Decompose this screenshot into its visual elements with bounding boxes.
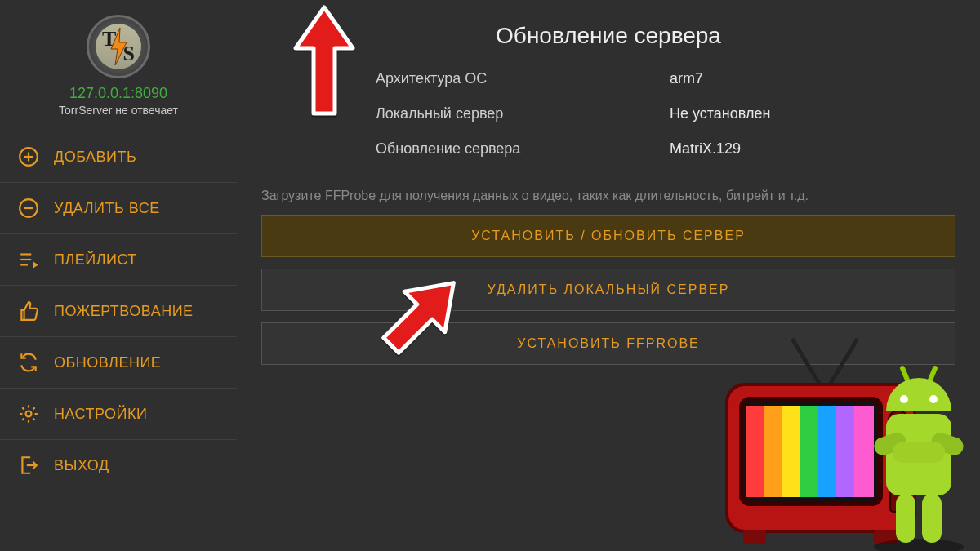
- sidebar-item-add[interactable]: ДОБАВИТЬ: [0, 131, 237, 183]
- exit-icon: [18, 455, 39, 476]
- ffprobe-hint: Загрузите FFProbe для получения данных о…: [261, 158, 956, 215]
- sidebar-item-delete-all[interactable]: УДАЛИТЬ ВСЕ: [0, 183, 237, 234]
- annotation-arrow-top: [287, 3, 361, 118]
- server-status: TorrServer не отвечает: [59, 104, 178, 117]
- sidebar-item-donate[interactable]: ПОЖЕРТВОВАНИЕ: [0, 286, 237, 337]
- sidebar: T S 127.0.0.1:8090 TorrServer не отвечае…: [0, 0, 237, 551]
- thumbs-up-icon: [18, 300, 39, 322]
- annotation-arrow-middle: [376, 263, 474, 361]
- sidebar-item-label: ОБНОВЛЕНИЕ: [54, 354, 161, 371]
- delete-local-server-button[interactable]: УДАЛИТЬ ЛОКАЛЬНЫЙ СЕРВЕР: [261, 269, 956, 311]
- sidebar-item-label: ПЛЕЙЛИСТ: [54, 251, 137, 269]
- label-server-update: Обновление сервера: [376, 140, 670, 158]
- sidebar-nav: ДОБАВИТЬ УДАЛИТЬ ВСЕ ПЛЕЙЛИСТ ПОЖЕРТВОВА…: [0, 131, 237, 491]
- sidebar-item-label: УДАЛИТЬ ВСЕ: [54, 200, 160, 217]
- label-local-server: Локальный сервер: [376, 105, 670, 122]
- refresh-icon: [18, 352, 39, 373]
- sidebar-item-label: НАСТРОЙКИ: [54, 406, 147, 423]
- info-grid: Архитектура ОС arm7 Локальный сервер Не …: [261, 70, 956, 158]
- gear-icon: [18, 403, 39, 424]
- value-server-update: MatriX.129: [670, 140, 858, 158]
- app-root: T S 127.0.0.1:8090 TorrServer не отвечае…: [0, 0, 980, 551]
- value-os-arch: arm7: [670, 70, 858, 87]
- value-local-server: Не установлен: [670, 105, 858, 122]
- sidebar-item-label: ВЫХОД: [54, 457, 109, 474]
- install-update-server-button[interactable]: УСТАНОВИТЬ / ОБНОВИТЬ СЕРВЕР: [261, 215, 956, 257]
- sidebar-item-exit[interactable]: ВЫХОД: [0, 440, 237, 491]
- sidebar-item-label: ДОБАВИТЬ: [54, 149, 136, 166]
- minus-circle-icon: [18, 198, 39, 219]
- sidebar-header: T S 127.0.0.1:8090 TorrServer не отвечае…: [0, 0, 237, 128]
- sidebar-item-settings[interactable]: НАСТРОЙКИ: [0, 389, 237, 440]
- install-ffprobe-button[interactable]: УСТАНОВИТЬ FFPROBE: [261, 322, 956, 365]
- svg-point-8: [26, 411, 32, 417]
- app-logo: T S: [87, 15, 150, 78]
- plus-circle-icon: [18, 146, 39, 167]
- server-address: 127.0.0.1:8090: [69, 85, 167, 102]
- sidebar-item-label: ПОЖЕРТВОВАНИЕ: [54, 303, 194, 320]
- sidebar-item-update[interactable]: ОБНОВЛЕНИЕ: [0, 337, 237, 389]
- label-os-arch: Архитектура ОС: [376, 70, 670, 87]
- playlist-icon: [18, 249, 39, 270]
- page-title: Обновление сервера: [261, 0, 956, 70]
- sidebar-item-playlist[interactable]: ПЛЕЙЛИСТ: [0, 234, 237, 286]
